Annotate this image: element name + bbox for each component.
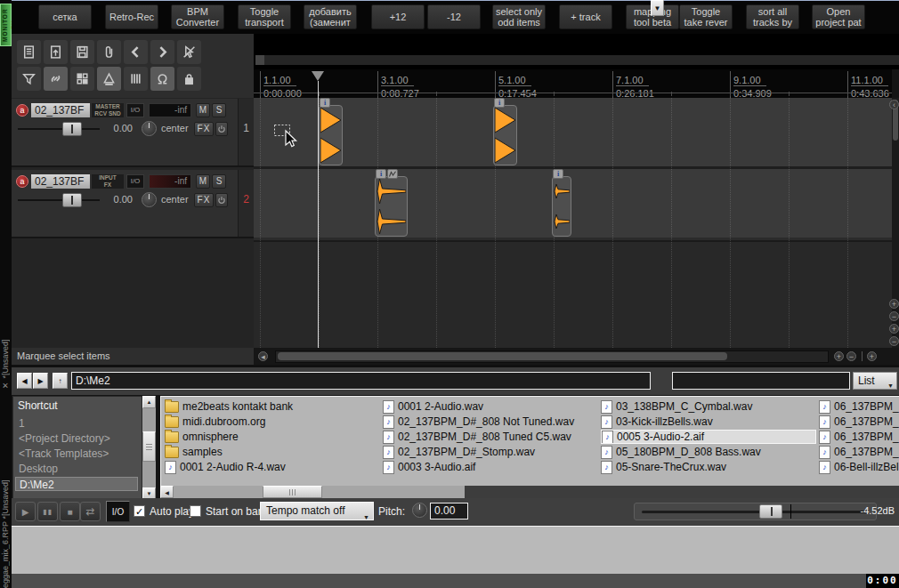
view-mode-dropdown[interactable]: List ▼: [853, 372, 897, 390]
hzoom-out-button[interactable]: −: [846, 351, 856, 361]
stop-button[interactable]: ■: [60, 502, 80, 521]
back-button[interactable]: ◀: [17, 373, 32, 389]
toolbar-button-11[interactable]: Toggle take rever: [679, 4, 733, 29]
file-list-audio-file[interactable]: ♪06_137BPM_Eb: [819, 445, 899, 459]
up-button[interactable]: ↑: [53, 373, 68, 389]
paperclip-icon[interactable]: [97, 40, 121, 64]
scrollbar-track[interactable]: [174, 486, 465, 498]
loop-button[interactable]: ⇄: [80, 502, 101, 521]
chevron-left-icon[interactable]: [124, 40, 148, 64]
hzoom-in-button[interactable]: +: [834, 351, 844, 361]
forward-button[interactable]: ▶: [33, 373, 48, 389]
open-project-icon[interactable]: [44, 40, 68, 64]
scroll-left-button[interactable]: ◀: [160, 486, 174, 498]
track-name-input[interactable]: 02_137BF: [31, 174, 90, 189]
shortcut-item[interactable]: 1: [15, 416, 138, 431]
scrollbar-thumb[interactable]: [278, 352, 727, 360]
file-list-folder[interactable]: me2beats kontakt bank: [165, 399, 380, 414]
filter-input[interactable]: [672, 372, 850, 390]
scroll-left-button[interactable]: ◂: [258, 351, 268, 361]
file-list-folder[interactable]: samples: [165, 445, 380, 459]
magnet-snap-icon[interactable]: [150, 67, 174, 91]
save-project-icon[interactable]: [70, 40, 94, 64]
link-icon[interactable]: [44, 67, 68, 91]
hzoom-reset-button[interactable]: +: [867, 351, 877, 361]
file-list-folder[interactable]: midi.dubroom.org: [165, 415, 380, 429]
grid-blocks-icon[interactable]: [70, 67, 94, 91]
pan-knob[interactable]: [142, 192, 157, 207]
track-panel-1[interactable]: a 02_137BF MASTERRCV SND I/O -inf M S 0.…: [12, 99, 254, 167]
timeline-ruler[interactable]: 1.1.00 0:00.0003.1.00 0:08.7275.1.00 0:1…: [254, 69, 892, 98]
scrollbar-thumb[interactable]: [142, 431, 156, 462]
path-dropdown-arrow[interactable]: ▼: [651, 0, 664, 16]
funnel-icon[interactable]: [17, 67, 41, 91]
scroll-widget-button[interactable]: ‹: [889, 100, 899, 109]
file-list-audio-file[interactable]: ♪0003 3-Audio.aif: [383, 460, 598, 474]
project-tab-unsaved[interactable]: ✕ *[Unsaved]: [1, 286, 12, 390]
vertical-scrollbar[interactable]: [892, 98, 899, 348]
io-button[interactable]: I/O: [126, 174, 144, 189]
play-button[interactable]: ▶: [15, 502, 36, 521]
solo-button[interactable]: S: [212, 103, 226, 117]
io-button[interactable]: I/O: [106, 501, 130, 522]
zoom-in-button[interactable]: +: [889, 324, 899, 334]
media-item[interactable]: i: [375, 176, 408, 237]
shortcut-item[interactable]: <Project Directory>: [15, 431, 138, 446]
io-button[interactable]: I/O: [126, 103, 144, 117]
metronome-icon[interactable]: [97, 67, 121, 91]
toolbar-button-12[interactable]: sort all tracks by: [746, 4, 799, 29]
toolbar-button-4[interactable]: Toggle transport: [238, 4, 291, 29]
fx-bypass-button[interactable]: [215, 193, 228, 207]
ribs-icon[interactable]: [124, 67, 148, 91]
waveform-preview-area[interactable]: [12, 526, 899, 574]
pan-knob[interactable]: [142, 121, 157, 136]
edit-cursor-handle[interactable]: [312, 71, 324, 81]
shortcut-item[interactable]: D:\Me2: [15, 477, 138, 491]
scrollbar-track[interactable]: [275, 350, 829, 363]
zoom-out-vertical-button[interactable]: −: [889, 311, 899, 321]
slider-handle[interactable]: [759, 504, 782, 519]
pitch-input[interactable]: 0.00: [430, 503, 468, 520]
zoom-out-button[interactable]: −: [889, 336, 899, 346]
fx-bypass-button[interactable]: [215, 122, 228, 136]
arrange-horizontal-scrollbar[interactable]: ◂ + − +: [254, 348, 899, 365]
mute-button[interactable]: M: [196, 103, 210, 117]
file-list-audio-file[interactable]: ♪05-Snare-TheCrux.wav: [601, 460, 816, 474]
project-tab-reggae-mix[interactable]: eggae_mix_6.RPP *[Unsaved]: [1, 393, 12, 588]
media-item[interactable]: i: [552, 176, 571, 237]
file-list-audio-file[interactable]: ♪02_137BPM_D#_Stomp.wav: [383, 445, 598, 459]
autoplay-checkbox[interactable]: ✓: [134, 505, 145, 517]
horizontal-zoom-thumb[interactable]: [255, 55, 264, 65]
file-list-audio-file[interactable]: ♪06_137BPM_Eb: [819, 399, 899, 414]
empty-arrange-area[interactable]: [254, 240, 892, 348]
fader-handle[interactable]: [62, 122, 82, 136]
fader-handle[interactable]: [62, 193, 82, 207]
file-list-audio-file[interactable]: ♪0005 3-Audio-2.aif: [601, 430, 816, 444]
file-list-audio-file[interactable]: ♪0001 2-Audio R-4.wav: [165, 460, 380, 474]
file-list[interactable]: me2beats kontakt bankmidi.dubroom.orgomn…: [160, 396, 899, 486]
solo-button[interactable]: S: [212, 174, 226, 189]
toolbar-button-3[interactable]: BPM Converter: [171, 4, 224, 29]
record-arm-button[interactable]: a: [16, 175, 28, 188]
file-list-folder[interactable]: omnisphere: [165, 430, 380, 444]
media-item[interactable]: i: [493, 105, 517, 165]
chevron-right-icon[interactable]: [150, 40, 174, 64]
toolbar-button-7[interactable]: -12: [427, 4, 481, 29]
file-list-audio-file[interactable]: ♪05_180BPM_D_808 Bass.wav: [601, 445, 816, 459]
file-list-audio-file[interactable]: ♪02_137BPM_D#_808 Tuned C5.wav: [383, 430, 598, 444]
file-list-audio-file[interactable]: ♪03_138BPM_C_Cymbal.wav: [601, 399, 816, 414]
scrollbar-thumb[interactable]: [263, 486, 322, 498]
toolbar-button-8[interactable]: select only odd items: [492, 4, 546, 29]
monitor-fx-button[interactable]: MONITOR FX: [0, 4, 12, 46]
shortcut-item[interactable]: <Track Templates>: [15, 447, 138, 461]
toolbar-button-2[interactable]: Retro-Rec: [105, 4, 158, 29]
file-list-horizontal-scrollbar[interactable]: ◀: [160, 486, 899, 498]
media-item[interactable]: i: [319, 105, 343, 165]
shortcut-item[interactable]: Desktop: [15, 462, 138, 476]
track-name-input[interactable]: 02_137BF: [31, 103, 90, 117]
track-panel-2[interactable]: a 02_137BF INPUTFX I/O -inf M S 0.00 cen…: [12, 170, 254, 238]
horizontal-zoom-strip[interactable]: [255, 55, 899, 65]
file-list-audio-file[interactable]: ♪0001 2-Audio.wav: [383, 399, 598, 414]
new-document-icon[interactable]: [17, 40, 41, 64]
pitch-knob[interactable]: [412, 503, 427, 518]
